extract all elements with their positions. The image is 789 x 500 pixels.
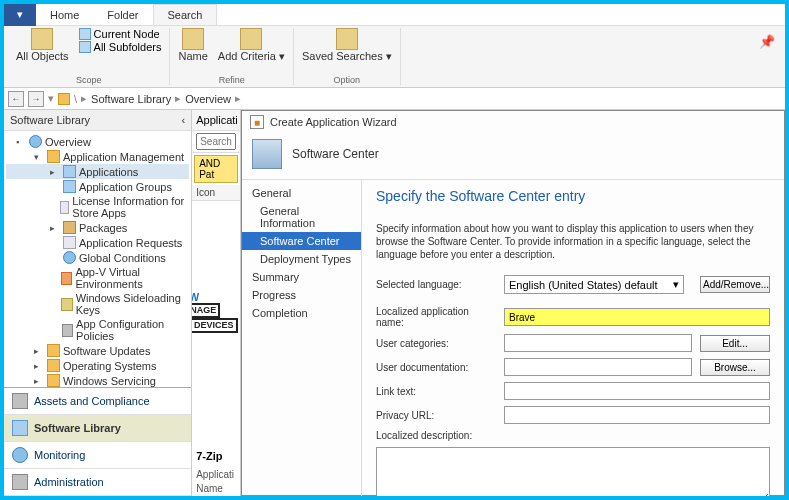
computer-icon — [252, 139, 282, 169]
tree-overview[interactable]: ▪Overview — [6, 134, 189, 149]
add-remove-button[interactable]: Add/Remove... — [700, 276, 770, 293]
wiz-nav-progress[interactable]: Progress — [242, 286, 361, 304]
tree-license-info[interactable]: License Information for Store Apps — [6, 194, 189, 220]
tree-win-servicing[interactable]: ▸Windows Servicing — [6, 373, 189, 387]
ribbon-group-options: Saved Searches ▾ Option — [294, 28, 401, 85]
app-groups-icon — [63, 180, 76, 193]
tag-icon — [182, 28, 204, 50]
label-selected-language: Selected language: — [376, 279, 496, 290]
detail-header: Applicati — [196, 469, 234, 480]
nav-fwd-button[interactable]: → — [28, 91, 44, 107]
tree-sideloading[interactable]: Windows Sideloading Keys — [6, 291, 189, 317]
folder-icon — [47, 344, 60, 357]
wiz-nav-summary[interactable]: Summary — [242, 268, 361, 286]
tree-appv[interactable]: App-V Virtual Environments — [6, 265, 189, 291]
subfolders-icon — [79, 41, 91, 53]
system-menu-button[interactable]: ▾ — [4, 4, 36, 26]
workspace-software-library[interactable]: Software Library — [4, 415, 191, 442]
wiz-nav-deployment-types[interactable]: Deployment Types — [242, 250, 361, 268]
navigation-panel: Software Library‹ ▪Overview ▾Application… — [4, 110, 192, 496]
current-node-button[interactable]: Current Node — [79, 28, 162, 40]
content-title: Applicati — [192, 110, 240, 131]
edit-categories-button[interactable]: Edit... — [700, 335, 770, 352]
wizard-heading: Specify the Software Center entry — [376, 188, 770, 204]
globe-icon — [63, 251, 76, 264]
crumb-swlib[interactable]: Software Library — [91, 93, 171, 105]
wizard-icon: ■ — [250, 115, 264, 129]
folder-icon — [47, 374, 60, 387]
user-docs-input[interactable] — [504, 358, 692, 376]
packages-icon — [63, 221, 76, 234]
link-text-input[interactable] — [504, 382, 770, 400]
group-label-scope: Scope — [76, 73, 102, 85]
group-label-options: Option — [334, 73, 361, 85]
tab-folder[interactable]: Folder — [93, 5, 152, 25]
wiz-nav-general[interactable]: General — [242, 184, 361, 202]
crumb-overview[interactable]: Overview — [185, 93, 231, 105]
add-criteria-button[interactable]: Add Criteria ▾ — [218, 28, 285, 63]
wizard-content: Specify the Software Center entry Specif… — [362, 180, 784, 496]
tree-applications[interactable]: ▸Applications — [6, 164, 189, 179]
tree-os[interactable]: ▸Operating Systems — [6, 358, 189, 373]
user-categories-input[interactable] — [504, 334, 692, 352]
wiz-nav-completion[interactable]: Completion — [242, 304, 361, 322]
tree-packages[interactable]: ▸Packages — [6, 220, 189, 235]
tab-search[interactable]: Search — [153, 4, 218, 25]
criteria-icon — [240, 28, 262, 50]
ribbon-tabs: ▾ Home Folder Search — [4, 4, 785, 26]
key-icon — [61, 298, 72, 311]
saved-searches-icon — [336, 28, 358, 50]
detail-name-label: Name — [196, 483, 223, 494]
workspace-assets[interactable]: Assets and Compliance — [4, 388, 191, 415]
all-objects-button[interactable]: All Objects — [16, 28, 69, 62]
config-icon — [62, 324, 73, 337]
folder-icon — [47, 150, 60, 163]
list-item-7zip[interactable]: 7-Zip — [196, 450, 222, 462]
name-filter-button[interactable]: Name — [178, 28, 207, 62]
tab-home[interactable]: Home — [36, 5, 93, 25]
label-link-text: Link text: — [376, 386, 496, 397]
label-user-docs: User documentation: — [376, 362, 496, 373]
tree-sw-updates[interactable]: ▸Software Updates — [6, 343, 189, 358]
localized-description-textarea[interactable] — [376, 447, 770, 496]
label-app-name: Localized application name: — [376, 306, 496, 328]
assets-icon — [12, 393, 28, 409]
wizard-nav: General General Information Software Cen… — [242, 180, 362, 496]
tree-global-conditions[interactable]: Global Conditions — [6, 250, 189, 265]
watermark: HOW MANAGE TO DEVICES — [192, 291, 240, 333]
all-subfolders-button[interactable]: All Subfolders — [79, 41, 162, 53]
privacy-url-input[interactable] — [504, 406, 770, 424]
content-search-input[interactable] — [196, 133, 236, 150]
tree-app-config[interactable]: App Configuration Policies — [6, 317, 189, 343]
language-dropdown[interactable]: English (United States) default▾ — [504, 275, 684, 294]
column-header-icon[interactable]: Icon — [192, 185, 240, 201]
folder-icon — [47, 359, 60, 372]
license-icon — [60, 201, 69, 214]
browse-docs-button[interactable]: Browse... — [700, 359, 770, 376]
banner-title: Software Center — [292, 147, 379, 161]
localized-app-name-input[interactable] — [504, 308, 770, 326]
nav-title: Software Library — [10, 114, 90, 126]
wizard-description: Specify information about how you want t… — [376, 222, 770, 261]
label-user-categories: User categories: — [376, 338, 496, 349]
nav-back-button[interactable]: ← — [8, 91, 24, 107]
workspace-administration[interactable]: Administration — [4, 469, 191, 496]
saved-searches-button[interactable]: Saved Searches ▾ — [302, 28, 392, 63]
group-label-refine: Refine — [219, 73, 245, 85]
requests-icon — [63, 236, 76, 249]
wiz-nav-general-info[interactable]: General Information — [242, 202, 361, 232]
tree-app-groups[interactable]: Application Groups — [6, 179, 189, 194]
admin-icon — [12, 474, 28, 490]
appv-icon — [61, 272, 72, 285]
navigation-tree: ▪Overview ▾Application Management ▸Appli… — [4, 131, 191, 387]
ribbon-group-refine: Name Add Criteria ▾ Refine — [170, 28, 293, 85]
workspace-monitoring[interactable]: Monitoring — [4, 442, 191, 469]
node-icon — [79, 28, 91, 40]
create-application-wizard: ■ Create Application Wizard 📌 Software C… — [241, 110, 785, 496]
nav-collapse-icon[interactable]: ‹ — [182, 114, 186, 126]
wiz-nav-software-center[interactable]: Software Center — [242, 232, 361, 250]
tree-app-management[interactable]: ▾Application Management — [6, 149, 189, 164]
tree-app-requests[interactable]: Application Requests — [6, 235, 189, 250]
filter-chip[interactable]: AND Pat — [194, 155, 238, 183]
monitoring-icon — [12, 447, 28, 463]
